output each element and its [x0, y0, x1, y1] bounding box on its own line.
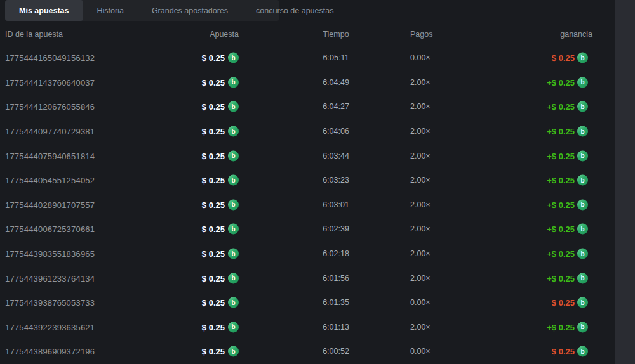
column-header-bet-id: ID de la apuesta [5, 30, 63, 39]
bet-time: 6:01:56 [282, 274, 390, 283]
bet-id: 1775444165049156132 [5, 53, 95, 63]
bet-id: 1775443922393635621 [5, 322, 95, 332]
column-header-payout: Pagos [410, 30, 480, 39]
bet-time: 6:05:11 [282, 53, 390, 62]
green-coin-icon: b [228, 297, 239, 308]
bet-id: 1775444054551254052 [5, 176, 95, 185]
tab-historia[interactable]: Historia [83, 0, 138, 21]
table-row: 1775444143760640037 $ 0.25 b 6:04:49 2.0… [0, 70, 615, 95]
green-coin-icon: b [577, 175, 588, 186]
bet-amount: $ 0.25 b [159, 273, 239, 283]
bet-amount: $ 0.25 b [159, 322, 239, 332]
bet-profit-value: +$ 0.25 [547, 77, 575, 87]
table-row: 1775443938765053733 $ 0.25 b 6:01:35 0.0… [0, 290, 615, 315]
bet-profit: +$ 0.25 b [547, 224, 588, 235]
bet-profit-value: +$ 0.25 [547, 102, 575, 112]
green-coin-icon: b [228, 101, 239, 112]
bet-profit: $ 0.25 b [552, 297, 588, 308]
my-bets-panel: Mis apuestas Historia Grandes apostadore… [0, 0, 635, 364]
table-row: 1775444054551254052 $ 0.25 b 6:03:23 2.0… [0, 168, 615, 193]
bet-payout: 0.00× [410, 53, 480, 62]
bet-profit: +$ 0.25 b [547, 273, 588, 283]
bet-amount: $ 0.25 b [159, 224, 239, 235]
bet-amount-value: $ 0.25 [202, 224, 225, 234]
green-coin-icon: b [228, 126, 239, 137]
bet-payout: 0.00× [410, 347, 480, 356]
column-header-profit: ganancia [560, 30, 592, 39]
green-coin-icon: b [228, 77, 239, 88]
bet-id: 1775444075940651814 [5, 151, 95, 160]
bet-payout: 2.00× [410, 102, 480, 111]
bet-payout: 0.00× [410, 298, 480, 307]
bet-id: 1775444028901707557 [5, 200, 95, 209]
bet-profit-value: +$ 0.25 [547, 322, 575, 332]
bet-profit: +$ 0.25 b [547, 322, 588, 332]
table-row: 1775444075940651814 $ 0.25 b 6:03:44 2.0… [0, 143, 615, 168]
bet-time: 6:02:39 [282, 224, 390, 233]
bet-amount-value: $ 0.25 [202, 151, 225, 160]
bet-id: 1775444120676055846 [5, 102, 95, 112]
green-coin-icon: b [577, 249, 588, 259]
bet-amount-value: $ 0.25 [202, 347, 225, 356]
tab-grandes-apostadores[interactable]: Grandes apostadores [138, 0, 242, 21]
bet-amount-value: $ 0.25 [202, 102, 225, 112]
bet-amount-value: $ 0.25 [202, 322, 225, 332]
green-coin-icon: b [577, 322, 588, 332]
bets-tab-bar: Mis apuestas Historia Grandes apostadore… [5, 0, 279, 21]
bet-amount: $ 0.25 b [159, 175, 239, 186]
green-coin-icon: b [228, 322, 239, 332]
tab-concurso-de-apuestas[interactable]: concurso de apuestas [242, 0, 347, 21]
green-coin-icon: b [577, 101, 588, 112]
green-coin-icon: b [228, 346, 239, 357]
bet-time: 6:01:13 [282, 323, 390, 332]
bet-amount-value: $ 0.25 [202, 273, 225, 283]
green-coin-icon: b [577, 53, 588, 63]
green-coin-icon: b [577, 224, 588, 235]
bet-profit-value: +$ 0.25 [547, 273, 575, 283]
green-coin-icon: b [577, 77, 588, 88]
scroll-gutter[interactable] [615, 0, 635, 364]
bet-time: 6:00:52 [282, 347, 390, 356]
bet-amount-value: $ 0.25 [202, 53, 225, 63]
bet-amount: $ 0.25 b [159, 77, 239, 88]
green-coin-icon: b [228, 175, 239, 186]
bet-amount: $ 0.25 b [159, 150, 239, 161]
bet-profit-value: +$ 0.25 [547, 249, 575, 259]
green-coin-icon: b [577, 297, 588, 308]
bet-profit-value: +$ 0.25 [547, 200, 575, 209]
green-coin-icon: b [228, 150, 239, 161]
table-row: 1775443896909372196 $ 0.25 b 6:00:52 0.0… [0, 339, 615, 364]
bet-id: 1775443961233764134 [5, 273, 95, 283]
bet-time: 6:03:01 [282, 200, 390, 209]
green-coin-icon: b [577, 199, 588, 210]
bet-time: 6:01:35 [282, 298, 390, 307]
bets-table-body: 1775444165049156132 $ 0.25 b 6:05:11 0.0… [0, 46, 615, 364]
bet-amount: $ 0.25 b [159, 126, 239, 137]
bet-amount-value: $ 0.25 [202, 176, 225, 185]
bet-profit: +$ 0.25 b [547, 249, 588, 259]
bet-amount-value: $ 0.25 [202, 249, 225, 259]
tab-mis-apuestas[interactable]: Mis apuestas [5, 0, 83, 21]
bet-id: 1775444006725370661 [5, 224, 95, 234]
table-row: 1775443983551836965 $ 0.25 b 6:02:18 2.0… [0, 242, 615, 266]
bet-amount-value: $ 0.25 [202, 298, 225, 308]
bet-profit: $ 0.25 b [552, 346, 588, 357]
bet-amount-value: $ 0.25 [202, 77, 225, 87]
green-coin-icon: b [577, 126, 588, 137]
bet-time: 6:03:23 [282, 176, 390, 185]
bet-payout: 2.00× [410, 274, 480, 283]
green-coin-icon: b [228, 224, 239, 235]
bet-profit-value: $ 0.25 [552, 53, 575, 63]
bet-amount: $ 0.25 b [159, 297, 239, 308]
bet-amount: $ 0.25 b [159, 101, 239, 112]
bet-time: 6:04:06 [282, 127, 390, 136]
bet-profit: +$ 0.25 b [547, 101, 588, 112]
bet-profit-value: +$ 0.25 [547, 127, 575, 136]
bet-profit-value: +$ 0.25 [547, 224, 575, 234]
bet-time: 6:03:44 [282, 152, 390, 160]
green-coin-icon: b [577, 346, 588, 357]
bet-profit-value: +$ 0.25 [547, 176, 575, 185]
bet-profit: +$ 0.25 b [547, 199, 588, 210]
green-coin-icon: b [577, 273, 588, 283]
bet-time: 6:04:27 [282, 102, 390, 111]
